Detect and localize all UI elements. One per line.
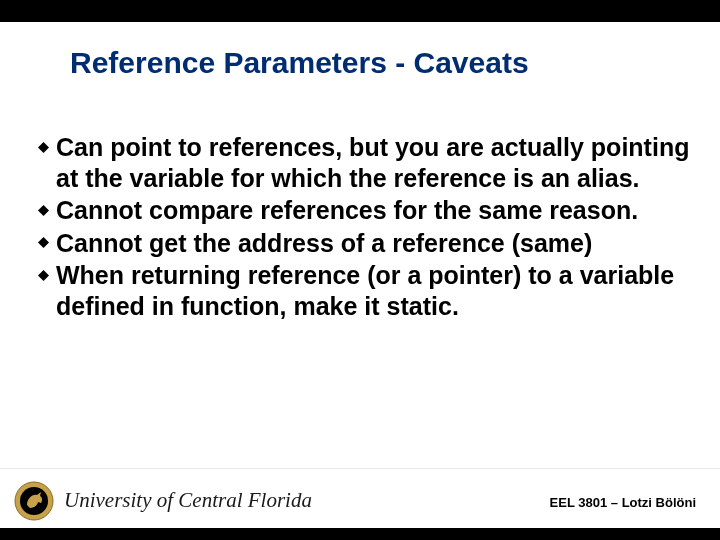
svg-marker-1 [38, 205, 49, 216]
bullet-text: Cannot compare references for the same r… [56, 195, 696, 226]
university-logo: University of Central Florida [14, 485, 312, 525]
pegasus-seal-icon [14, 481, 54, 521]
list-item: Cannot get the address of a reference (s… [38, 228, 696, 259]
bullet-list: Can point to references, but you are act… [38, 132, 696, 323]
top-black-bar [0, 0, 720, 22]
bullet-text: When returning reference (or a pointer) … [56, 260, 696, 321]
svg-marker-2 [38, 237, 49, 248]
bullet-text: Cannot get the address of a reference (s… [56, 228, 696, 259]
list-item: Cannot compare references for the same r… [38, 195, 696, 226]
bullet-icon [38, 132, 56, 162]
university-name: University of Central Florida [64, 488, 312, 513]
bullet-text: Can point to references, but you are act… [56, 132, 696, 193]
list-item: When returning reference (or a pointer) … [38, 260, 696, 321]
svg-marker-0 [38, 142, 49, 153]
title-container: Reference Parameters - Caveats [70, 46, 680, 80]
course-label: EEL 3801 – Lotzi Bölöni [550, 495, 696, 510]
bullet-icon [38, 260, 56, 290]
svg-marker-3 [38, 270, 49, 281]
slide-title: Reference Parameters - Caveats [70, 46, 680, 80]
list-item: Can point to references, but you are act… [38, 132, 696, 193]
bullet-icon [38, 195, 56, 225]
bottom-black-bar [0, 528, 720, 540]
bullet-icon [38, 228, 56, 258]
